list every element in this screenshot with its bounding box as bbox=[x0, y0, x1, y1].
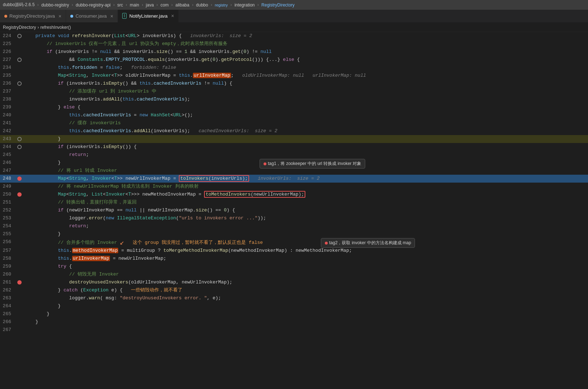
code-line-260: 260 // 销毁无用 Invoker bbox=[0, 270, 588, 278]
line-num-226: 226 bbox=[0, 48, 16, 56]
tab-close-3[interactable]: × bbox=[171, 13, 174, 19]
line-content-239: } else { bbox=[23, 103, 588, 111]
line-content-250: Map<String, List<Invoker<T>>> newMethodI… bbox=[23, 191, 588, 198]
line-content-259: try { bbox=[23, 263, 588, 270]
line-content-237: // 添加缓存 url 到 invokerUrls 中 bbox=[23, 88, 588, 95]
code-line-226: 226 if (invokerUrls != null && invokerUr… bbox=[0, 48, 588, 56]
sep1: › bbox=[37, 3, 39, 7]
line-content-251: // 转换出错，直接打印异常，并返回 bbox=[23, 198, 588, 206]
line-icon-243 bbox=[16, 135, 23, 143]
code-line-234: 234 this.forbidden = false; forbidden: f… bbox=[0, 64, 588, 72]
title-bar: dubbo源码-2.6.5 › dubbo-registry › dubbo-r… bbox=[0, 0, 588, 10]
line-num-242: 242 bbox=[0, 127, 16, 135]
com: com bbox=[160, 3, 169, 8]
line-num-262: 262 bbox=[0, 286, 16, 294]
tab-close-1[interactable]: × bbox=[58, 13, 61, 19]
main: main bbox=[130, 3, 139, 8]
line-icon-237 bbox=[16, 88, 23, 95]
line-num-252: 252 bbox=[0, 206, 16, 214]
registry: registry bbox=[215, 3, 228, 7]
line-content-238: invokerUrls.addAll(this.cachedInvokerUrl… bbox=[23, 95, 588, 103]
dubbo: dubbo bbox=[196, 3, 208, 8]
line-icon-244 bbox=[16, 143, 23, 151]
sep4: › bbox=[125, 3, 128, 7]
line-num-264: 264 bbox=[0, 302, 16, 310]
line-content-256: // 合并多个组的 Invoker ↙ 这个 group 我没用过，暂时就不看了… bbox=[23, 238, 588, 247]
line-icon-250 bbox=[16, 191, 23, 198]
line-icon-226 bbox=[16, 48, 23, 56]
bp-hollow-227[interactable] bbox=[17, 58, 22, 62]
tabs-bar: RegistryDirectory.java × Consumer.java ×… bbox=[0, 10, 588, 23]
src: src bbox=[117, 3, 123, 8]
code-line-237: 237 // 添加缓存 url 到 invokerUrls 中 bbox=[0, 88, 588, 95]
line-content-225: // invokerUrls 仅有一个元素，且 url 协议头为 empty，此… bbox=[23, 40, 588, 48]
line-content-243: } bbox=[23, 135, 588, 143]
class-name: RegistryDirectory bbox=[261, 3, 295, 8]
tab-registry-directory[interactable]: RegistryDirectory.java × bbox=[0, 10, 66, 22]
bp-250[interactable] bbox=[17, 192, 22, 197]
line-icon-259 bbox=[16, 263, 23, 270]
line-num-256: 256 bbox=[0, 238, 16, 247]
bp-248[interactable] bbox=[17, 176, 22, 181]
line-content-260: // 销毁无用 Invoker bbox=[23, 270, 588, 278]
line-icon-225 bbox=[16, 40, 23, 48]
tab-notify-listener[interactable]: I NotifyListener.java × bbox=[118, 10, 179, 22]
line-content-261: destroyUnusedInvokers(oldUrlInvokerMap, … bbox=[23, 278, 588, 286]
line-content-248: Map<String, Invoker<T>> newUrlInvokerMap… bbox=[23, 175, 588, 183]
code-line-250: 250 Map<String, List<Invoker<T>>> newMet… bbox=[0, 191, 588, 198]
line-num-250: 250 bbox=[0, 191, 16, 198]
java: java bbox=[146, 3, 154, 8]
code-line-252: 252 if (newUrlInvokerMap == null || newU… bbox=[0, 206, 588, 214]
sep2: › bbox=[71, 3, 74, 7]
code-editor: 224 private void refreshInvoker(List<URL… bbox=[0, 32, 588, 334]
line-num-240: 240 bbox=[0, 111, 16, 119]
bp-hollow-243[interactable] bbox=[17, 137, 22, 141]
line-content-253: logger.error(new IllegalStateException("… bbox=[23, 214, 588, 222]
line-content-240: this.cachedInvokerUrls = new HashSet<URL… bbox=[23, 111, 588, 119]
sep8: › bbox=[191, 3, 194, 7]
tab-dot-blue bbox=[70, 15, 73, 18]
bp-hollow-244[interactable] bbox=[17, 145, 22, 149]
code-line-259: 259 try { bbox=[0, 263, 588, 270]
tag2-dot bbox=[325, 242, 328, 245]
tag1-text: tag1，将 zookeeper 中的 url 转换成 invoker 对象 bbox=[268, 161, 361, 167]
breadcrumb-method: refreshInvoker() bbox=[40, 25, 71, 30]
line-icon-254 bbox=[16, 222, 23, 230]
tab-label-2: Consumer.java bbox=[75, 13, 107, 19]
code-line-238: 238 invokerUrls.addAll(this.cachedInvoke… bbox=[0, 95, 588, 103]
line-content-241: // 缓存 invokerUrls bbox=[23, 119, 588, 127]
line-icon-264 bbox=[16, 302, 23, 310]
line-icon-248 bbox=[16, 175, 23, 183]
line-num-225: 225 bbox=[0, 40, 16, 48]
tag2-text: tag2，获取 invoker 中的方法名构建成 map bbox=[329, 240, 411, 246]
code-line-267: 267 bbox=[0, 326, 588, 334]
line-icon-267 bbox=[16, 326, 23, 334]
code-line-264: 264 } bbox=[0, 302, 588, 310]
line-num-258: 258 bbox=[0, 255, 16, 263]
code-line-253: 253 logger.error(new IllegalStateExcepti… bbox=[0, 214, 588, 222]
tab-consumer[interactable]: Consumer.java × bbox=[66, 10, 118, 22]
bp-261[interactable] bbox=[17, 280, 22, 285]
code-line-241: 241 // 缓存 invokerUrls bbox=[0, 119, 588, 127]
line-num-249: 249 bbox=[0, 183, 16, 191]
code-line-258: 258 this.urlInvokerMap = newUrlInvokerMa… bbox=[0, 255, 588, 263]
line-content-264: } bbox=[23, 302, 588, 310]
line-content-267 bbox=[23, 326, 588, 334]
line-content-245: return; bbox=[23, 151, 588, 159]
line-num-263: 263 bbox=[0, 294, 16, 302]
line-num-241: 241 bbox=[0, 119, 16, 127]
line-num-265: 265 bbox=[0, 310, 16, 318]
tab-close-2[interactable]: × bbox=[110, 13, 113, 19]
code-line-254: 254 return; bbox=[0, 222, 588, 230]
bp-hollow-236[interactable] bbox=[17, 81, 22, 86]
line-content-258: this.urlInvokerMap = newUrlInvokerMap; bbox=[23, 255, 588, 263]
line-icon-255 bbox=[16, 230, 23, 238]
tab-label-3: NotifyListener.java bbox=[129, 13, 168, 19]
code-line-244: 244 if (invokerUrls.isEmpty()) { bbox=[0, 143, 588, 151]
line-icon-236 bbox=[16, 80, 23, 88]
line-num-239: 239 bbox=[0, 103, 16, 111]
bp-hollow-224[interactable] bbox=[17, 34, 22, 38]
submodule-name: dubbo-registry-api bbox=[76, 3, 111, 8]
code-line-227: 227 && Constants.EMPTY_PROTOCOL.equals(i… bbox=[0, 56, 588, 64]
line-num-257: 257 bbox=[0, 247, 16, 255]
